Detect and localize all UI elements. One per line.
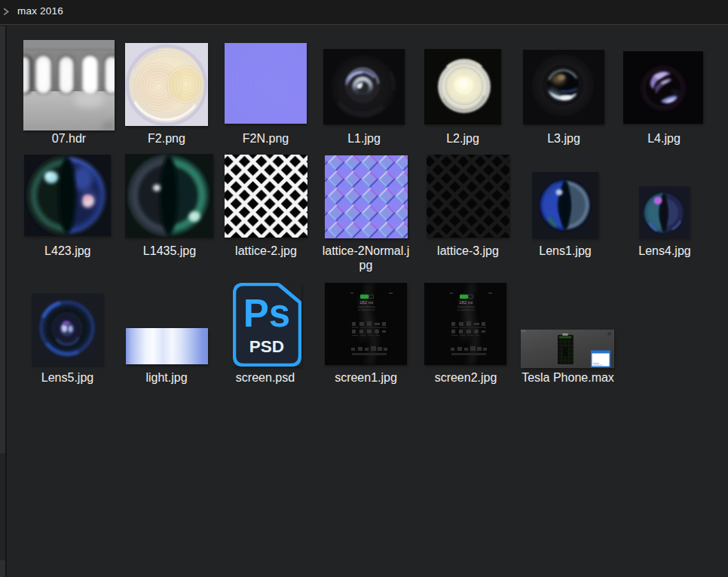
svg-text:182 mi: 182 mi [359, 300, 373, 305]
svg-text:last updated now: last updated now [457, 308, 476, 312]
svg-text:Ps: Ps [243, 292, 290, 335]
svg-text:PSD: PSD [249, 337, 284, 356]
svg-text:182 mi: 182 mi [459, 300, 473, 305]
svg-text:last updated now: last updated now [358, 308, 376, 312]
